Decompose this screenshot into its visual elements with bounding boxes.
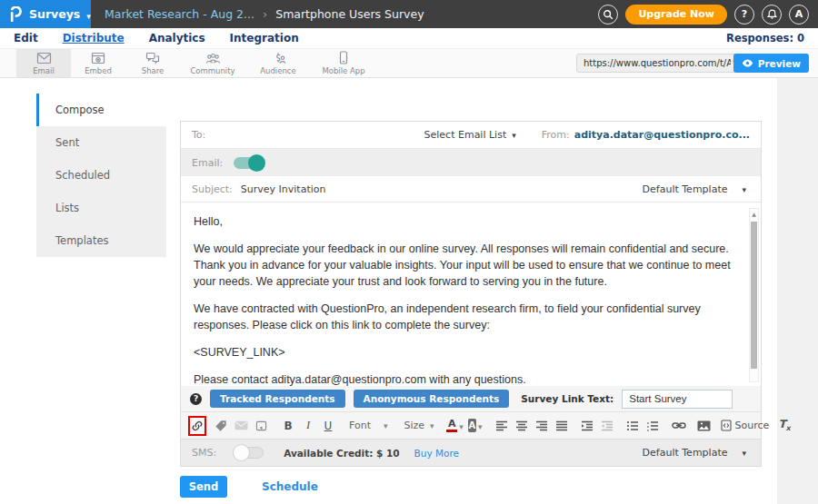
align-left-button[interactable] <box>493 416 511 436</box>
insert-link-button[interactable] <box>670 416 688 436</box>
font-family-label: Font <box>349 420 371 431</box>
clear-formatting-button[interactable]: Tx <box>778 418 790 432</box>
bold-button[interactable]: B <box>279 416 297 436</box>
select-email-list-label: Select Email List <box>424 129 507 141</box>
source-label: Source <box>735 420 770 431</box>
send-button[interactable]: Send <box>180 476 227 498</box>
search-button[interactable] <box>598 5 618 25</box>
outdent-button[interactable] <box>598 416 616 436</box>
channel-audience-label: Audience <box>260 66 295 75</box>
email-body-editor[interactable]: Hello, We would appreciate your feedback… <box>181 203 748 386</box>
unsubscribe-email-button[interactable] <box>232 416 250 436</box>
align-justify-icon <box>555 420 568 431</box>
font-size-caret-icon <box>430 420 434 431</box>
channel-email-label: Email <box>33 66 55 75</box>
numbered-list-icon <box>646 420 659 431</box>
sms-template-dropdown[interactable]: Default Template <box>643 447 746 459</box>
source-document-icon <box>721 420 732 431</box>
channel-email[interactable]: Email <box>16 49 71 77</box>
body-paragraph: Please contact aditya.datar@questionpro.… <box>194 371 741 386</box>
avatar[interactable]: A <box>789 5 809 25</box>
help-question-icon: ? <box>194 394 198 403</box>
channel-community[interactable]: Community <box>180 49 245 77</box>
sms-template-label: Default Template <box>643 447 728 459</box>
embed-icon <box>91 52 105 64</box>
sidebar-item-lists[interactable]: Lists <box>36 192 166 224</box>
schedule-link[interactable]: Schedule <box>262 480 318 493</box>
body-paragraph: We have contracted with QuestionPro, an … <box>194 301 741 333</box>
anonymous-respondents-button[interactable]: Anonymous Respondents <box>354 390 510 408</box>
upgrade-now-button[interactable]: Upgrade Now <box>625 5 727 25</box>
from-email-value[interactable]: aditya.datar@questionpro.co... <box>574 129 750 141</box>
tag-icon <box>214 420 227 432</box>
sms-toggle[interactable] <box>233 447 264 459</box>
preview-button[interactable]: Preview <box>733 54 809 73</box>
channel-audience[interactable]: Audience <box>245 49 311 77</box>
link-help-button[interactable]: ? <box>190 393 202 405</box>
insert-tag-button[interactable] <box>212 416 230 436</box>
button-widget-icon <box>255 420 267 431</box>
channel-share[interactable]: Share <box>125 49 180 77</box>
survey-link-text-input[interactable] <box>622 390 733 409</box>
subject-value[interactable]: Survey Invitation <box>241 183 326 195</box>
survey-url-input[interactable] <box>577 58 733 68</box>
channel-mobile-app[interactable]: Mobile App <box>311 49 376 77</box>
notifications-button[interactable] <box>762 5 782 25</box>
breadcrumb: Market Research - Aug 2... › Smartphone … <box>91 7 424 21</box>
outdent-icon <box>601 420 614 431</box>
font-size-dropdown[interactable]: Size <box>399 416 438 436</box>
avatar-initial: A <box>795 8 803 20</box>
channel-mobile-app-label: Mobile App <box>322 66 364 75</box>
editor-toolbar: B I U Font Size A A <box>181 411 761 439</box>
text-color-button[interactable]: A <box>446 416 464 436</box>
sidebar-item-sent[interactable]: Sent <box>36 126 166 159</box>
mobile-app-icon <box>338 51 349 64</box>
tracked-respondents-button[interactable]: Tracked Respondents <box>210 390 345 408</box>
source-button[interactable]: Source <box>721 420 770 431</box>
tab-edit[interactable]: Edit <box>14 32 38 44</box>
bullet-list-icon <box>626 420 639 431</box>
compose-sidebar: Compose Sent Scheduled Lists Templates <box>36 94 166 257</box>
breadcrumb-survey: Smartphone Users Survey <box>275 7 424 21</box>
numbered-list-button[interactable] <box>643 416 662 436</box>
email-toggle[interactable] <box>234 157 264 169</box>
background-color-icon: A <box>468 419 476 432</box>
indent-button[interactable] <box>578 416 596 436</box>
sidebar-item-templates[interactable]: Templates <box>36 224 166 257</box>
breadcrumb-project[interactable]: Market Research - Aug 2... <box>105 7 254 21</box>
select-email-list-dropdown[interactable]: Select Email List <box>424 129 516 141</box>
insert-survey-link-button[interactable] <box>188 416 206 436</box>
email-toggle-knob <box>248 154 265 172</box>
to-row: To: Select Email List From: aditya.datar… <box>181 122 761 149</box>
scrollbar-up-arrow-icon[interactable]: ▲ <box>750 209 758 219</box>
scrollbar-thumb[interactable] <box>751 222 757 369</box>
email-template-label: Default Template <box>643 183 728 195</box>
responses-count: Responses: 0 <box>726 32 804 44</box>
sidebar-item-scheduled[interactable]: Scheduled <box>36 159 166 192</box>
email-template-dropdown[interactable]: Default Template <box>643 183 746 195</box>
sidebar-item-compose[interactable]: Compose <box>36 94 166 126</box>
insert-image-button[interactable] <box>695 416 713 436</box>
tab-analytics[interactable]: Analytics <box>149 32 205 44</box>
channel-embed[interactable]: Embed <box>71 49 125 77</box>
font-family-dropdown[interactable]: Font <box>344 416 392 436</box>
underline-button[interactable]: U <box>319 416 337 436</box>
italic-button[interactable]: I <box>299 416 317 436</box>
help-button[interactable]: ? <box>734 5 754 25</box>
buy-more-link[interactable]: Buy More <box>414 448 459 459</box>
product-menu[interactable]: Surveys <box>0 0 91 28</box>
from-label: From: <box>542 129 570 141</box>
text-color-icon: A <box>446 420 457 432</box>
body-paragraph: <SURVEY_LINK> <box>194 344 741 361</box>
align-right-button[interactable] <box>533 416 551 436</box>
tab-integration[interactable]: Integration <box>230 32 299 44</box>
bullet-list-button[interactable] <box>623 416 642 436</box>
background-color-button[interactable]: A <box>466 416 484 436</box>
tab-distribute[interactable]: Distribute <box>63 32 125 44</box>
text-color-caret-icon <box>459 419 464 432</box>
hyperlink-icon <box>672 421 686 430</box>
align-justify-button[interactable] <box>553 416 571 436</box>
body-scrollbar[interactable]: ▲ <box>749 208 759 382</box>
align-center-button[interactable] <box>513 416 531 436</box>
insert-button-button[interactable] <box>252 416 270 436</box>
